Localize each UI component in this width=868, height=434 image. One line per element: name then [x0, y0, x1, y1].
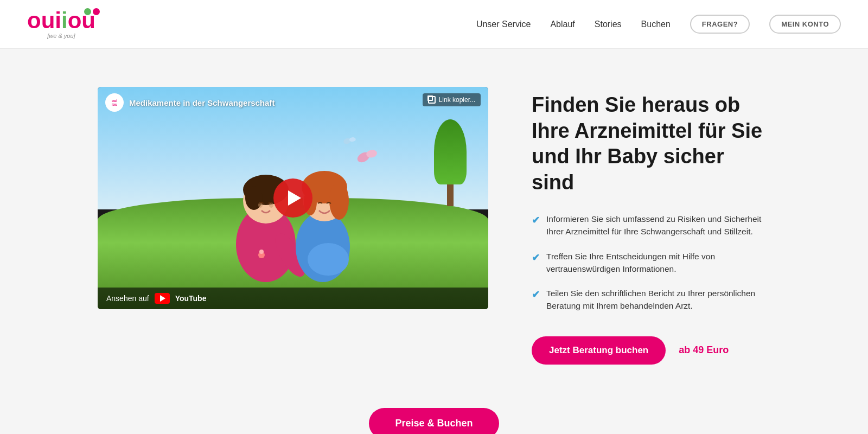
butterfly-deco — [356, 149, 378, 164]
main-heading: Finden Sie heraus ob Ihre Arzneimittel f… — [532, 92, 770, 195]
fragen-button[interactable]: FRAGEN? — [690, 15, 750, 34]
feature-text-2: Treffen Sie Ihre Entscheidungen mit Hilf… — [546, 250, 770, 276]
video-title: Medikamente in der Schwangerschaft — [129, 98, 275, 107]
svg-point-18 — [259, 250, 264, 254]
logo[interactable]: ouiiou [we & you] — [27, 9, 106, 39]
logo-circle-green — [84, 8, 91, 15]
nav-link-buchen[interactable]: Buchen — [641, 20, 671, 29]
check-icon-2: ✔ — [532, 251, 540, 265]
link-copy-button[interactable]: Link kopier... — [423, 93, 481, 106]
logo-ou1: oui — [27, 8, 61, 33]
feature-item-1: ✔ Informieren Sie sich umfassend zu Risi… — [532, 213, 770, 238]
bottom-section: Preise & Buchen — [0, 397, 868, 435]
video-logo-circle: ouiiou — [105, 93, 124, 112]
logo-circle-red — [93, 8, 100, 15]
main-nav: Unser Service Ablauf Stories Buchen FRAG… — [476, 15, 841, 34]
youtube-icon — [155, 293, 170, 304]
mein-konto-button[interactable]: MEIN KONTO — [769, 15, 841, 34]
video-bottom-bar: Ansehen auf YouTube — [98, 288, 488, 309]
logo-circles — [84, 8, 100, 15]
logo-tagline: [we & you] — [47, 33, 75, 39]
cta-book-button[interactable]: Jetzt Beratung buchen — [532, 336, 666, 365]
youtube-label: YouTube — [175, 294, 207, 303]
check-icon-3: ✔ — [532, 288, 540, 302]
hero-right-content: Finden Sie heraus ob Ihre Arzneimittel f… — [532, 87, 770, 365]
svg-point-8 — [308, 243, 349, 276]
play-button[interactable] — [273, 178, 312, 218]
site-header: ouiiou [we & you] Unser Service Ablauf S… — [0, 0, 868, 49]
nav-link-unser-service[interactable]: Unser Service — [476, 20, 531, 29]
features-list: ✔ Informieren Sie sich umfassend zu Risi… — [532, 213, 770, 312]
check-icon-1: ✔ — [532, 213, 540, 228]
feature-item-2: ✔ Treffen Sie Ihre Entscheidungen mit Hi… — [532, 250, 770, 276]
feature-text-3: Teilen Sie den schriftlichen Bericht zu … — [546, 287, 770, 312]
copy-icon — [428, 96, 436, 104]
video-tree — [434, 119, 467, 206]
logo-ii: i — [61, 8, 68, 33]
copy-icon-back — [427, 95, 433, 101]
video-thumbnail[interactable]: ouiiou Medikamente in der Schwangerschaf… — [98, 87, 488, 309]
nav-link-ablauf[interactable]: Ablauf — [550, 20, 575, 29]
nav-link-stories[interactable]: Stories — [595, 20, 622, 29]
play-icon — [288, 190, 301, 206]
feature-item-3: ✔ Teilen Sie den schriftlichen Bericht z… — [532, 287, 770, 312]
link-copy-label: Link kopier... — [439, 96, 475, 104]
video-section: ouiiou Medikamente in der Schwangerschaf… — [98, 87, 488, 309]
svg-point-11 — [329, 182, 349, 220]
yt-play-icon — [160, 295, 165, 302]
ansehen-text: Ansehen auf — [106, 294, 149, 303]
feature-text-1: Informieren Sie sich umfassend zu Risike… — [546, 213, 770, 238]
price-label: ab 49 Euro — [679, 344, 729, 356]
main-content: ouiiou Medikamente in der Schwangerschaf… — [54, 49, 814, 397]
preise-buchen-button[interactable]: Preise & Buchen — [369, 408, 499, 435]
butterfly-small — [343, 137, 356, 145]
cta-row: Jetzt Beratung buchen ab 49 Euro — [532, 336, 770, 365]
